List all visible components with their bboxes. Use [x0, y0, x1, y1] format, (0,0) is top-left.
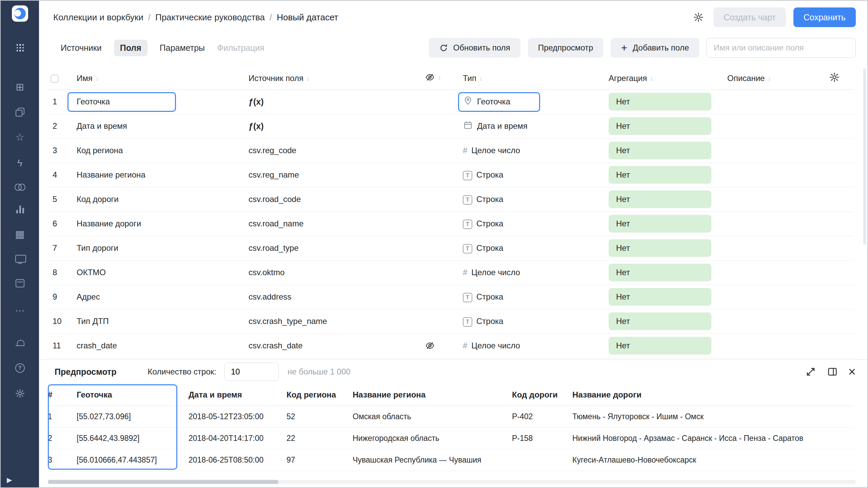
field-type[interactable]: Строка	[476, 292, 503, 302]
field-row[interactable]: 2 Дата и время ƒ(x) Дата и время Нет	[48, 114, 854, 138]
field-row[interactable]: 11 crash_date csv.crash_date #Целое числ…	[48, 333, 854, 358]
field-name[interactable]: Дата и время	[77, 121, 127, 130]
breadcrumb-workbook[interactable]: Практические руководства	[155, 12, 265, 23]
sidebar-item-dashboards[interactable]	[15, 255, 25, 264]
help-button[interactable]: ?	[15, 363, 25, 373]
field-row[interactable]: 7 Тип дороги csv.road_type TСтрока Нет	[48, 236, 854, 260]
field-description[interactable]	[727, 236, 829, 260]
notifications-button[interactable]	[16, 340, 24, 348]
settings-button[interactable]	[15, 388, 25, 399]
column-header-description[interactable]: Описание	[727, 74, 765, 83]
field-type[interactable]: Строка	[476, 243, 503, 253]
field-row[interactable]: 8 ОКТМО csv.oktmo #Целое число Нет	[48, 260, 854, 285]
sidebar-item-storage[interactable]	[16, 279, 24, 287]
field-name[interactable]: ОКТМО	[77, 268, 106, 277]
field-type[interactable]: Строка	[476, 195, 503, 204]
field-description[interactable]	[727, 211, 829, 236]
refresh-fields-button[interactable]: Обновить поля	[429, 38, 520, 58]
column-header-type[interactable]: Тип	[463, 74, 476, 83]
field-type[interactable]: Целое число	[471, 146, 520, 155]
sidebar-item-widgets[interactable]: ⊞	[16, 82, 24, 92]
aggregation-select[interactable]: Нет	[609, 312, 711, 330]
select-all-checkbox[interactable]	[51, 75, 59, 83]
sort-icon[interactable]: ↓	[479, 74, 483, 82]
field-description[interactable]	[727, 260, 829, 285]
field-name[interactable]: crash_date	[77, 341, 117, 350]
field-row[interactable]: 3 Код региона csv.reg_code #Целое число …	[48, 138, 854, 163]
field-description[interactable]	[727, 138, 829, 163]
field-row[interactable]: 5 Код дороги csv.road_code TСтрока Нет	[48, 187, 854, 211]
create-chart-button[interactable]: Создать чарт	[713, 7, 786, 27]
tab-fields[interactable]: Поля	[114, 40, 147, 56]
field-name[interactable]: Геоточка	[77, 97, 110, 106]
field-name[interactable]: Название региона	[77, 170, 145, 179]
breadcrumb-collections[interactable]: Коллекции и воркбуки	[53, 12, 143, 23]
field-type[interactable]: Строка	[476, 317, 503, 326]
field-row[interactable]: 6 Название дороги csv.road_name TСтрока …	[48, 211, 854, 236]
field-description[interactable]	[727, 89, 829, 114]
field-name[interactable]: Тип дороги	[77, 243, 118, 252]
datalens-logo[interactable]	[12, 1, 28, 22]
field-row[interactable]: 9 Адрес csv.address TСтрока Нет	[48, 285, 854, 309]
field-name[interactable]: Тип ДТП	[77, 317, 109, 326]
aggregation-select[interactable]: Нет	[609, 117, 711, 135]
apps-menu-button[interactable]	[17, 44, 23, 51]
tab-parameters[interactable]: Параметры	[160, 43, 205, 53]
sort-icon[interactable]: ↓	[438, 73, 441, 81]
column-header-name[interactable]: Имя	[77, 74, 93, 83]
field-name[interactable]: Код дороги	[77, 195, 119, 204]
sidebar-item-connections[interactable]	[15, 184, 25, 190]
field-type[interactable]: Геоточка	[477, 97, 510, 106]
sidebar-item-favorites[interactable]: ☆	[15, 132, 24, 142]
sort-icon[interactable]: ↓	[767, 74, 771, 82]
field-name[interactable]: Адрес	[77, 292, 100, 301]
preview-toggle-button[interactable]: Предпросмотр	[528, 38, 604, 58]
field-description[interactable]	[727, 285, 829, 309]
aggregation-select[interactable]: Нет	[609, 93, 711, 110]
field-row[interactable]: 4 Название региона csv.reg_name TСтрока …	[48, 163, 854, 187]
aggregation-select[interactable]: Нет	[609, 337, 711, 354]
field-description[interactable]	[727, 163, 829, 187]
sidebar-item-datasets[interactable]: ▦	[15, 229, 24, 239]
sidebar-item-charts[interactable]	[16, 205, 24, 214]
horizontal-scrollbar-thumb[interactable]	[48, 480, 278, 484]
column-header-source[interactable]: Источник поля	[249, 74, 303, 83]
sort-icon[interactable]: ↓	[306, 74, 310, 82]
column-header-aggregation[interactable]: Агрегация	[609, 74, 647, 83]
sidebar-item-collections[interactable]	[16, 108, 24, 117]
row-count-input[interactable]	[224, 363, 279, 381]
fullscreen-icon[interactable]	[805, 366, 816, 378]
sort-icon[interactable]: ↓	[95, 74, 99, 82]
vertical-scrollbar-thumb[interactable]	[863, 68, 866, 245]
field-row[interactable]: 10 Тип ДТП csv.crash_type_name TСтрока Н…	[48, 309, 854, 333]
aggregation-select[interactable]: Нет	[609, 288, 711, 306]
save-button[interactable]: Сохранить	[793, 7, 856, 27]
dock-panel-icon[interactable]	[827, 366, 838, 378]
sidebar-item-more[interactable]: …	[15, 303, 25, 313]
aggregation-select[interactable]: Нет	[609, 264, 711, 281]
tab-filtering[interactable]: Фильтрация	[217, 43, 264, 53]
aggregation-select[interactable]: Нет	[609, 142, 711, 159]
eye-off-icon[interactable]	[425, 72, 435, 82]
field-type[interactable]: Целое число	[471, 341, 520, 350]
field-description[interactable]	[727, 333, 829, 358]
aggregation-select[interactable]: Нет	[609, 166, 711, 184]
sidebar-expand-button[interactable]: ▶	[1, 476, 12, 484]
field-name[interactable]: Код региона	[77, 146, 123, 155]
field-row[interactable]: 1 Геоточка ƒ(x) Геоточка Нет	[48, 89, 854, 114]
field-name[interactable]: Название дороги	[77, 219, 141, 228]
sort-icon[interactable]: ↓	[650, 74, 653, 82]
field-type[interactable]: Дата и время	[477, 121, 528, 131]
field-description[interactable]	[727, 114, 829, 138]
field-type[interactable]: Целое число	[471, 268, 520, 277]
aggregation-select[interactable]: Нет	[609, 215, 711, 232]
aggregation-select[interactable]: Нет	[609, 239, 711, 257]
hidden-flag[interactable]	[425, 341, 435, 350]
field-description[interactable]	[727, 187, 829, 211]
dataset-settings-button[interactable]	[691, 10, 706, 25]
aggregation-select[interactable]: Нет	[609, 190, 711, 208]
field-type[interactable]: Строка	[476, 219, 503, 228]
sidebar-item-queries[interactable]: ϟ	[17, 158, 23, 168]
field-type[interactable]: Строка	[476, 170, 503, 180]
field-description[interactable]	[727, 309, 829, 333]
